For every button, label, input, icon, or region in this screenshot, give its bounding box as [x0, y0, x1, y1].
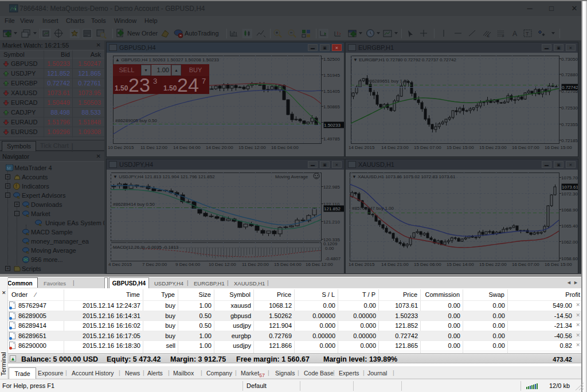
svg-text:16 Dec 15:00: 16 Dec 15:00 — [545, 262, 572, 267]
svg-text:A: A — [512, 30, 517, 38]
svg-text:15 Dec 12:00: 15 Dec 12:00 — [238, 145, 266, 150]
svg-text:11 Dec 12:00: 11 Dec 12:00 — [140, 145, 168, 150]
svg-text:1065.40: 1065.40 — [561, 224, 578, 229]
svg-text:#86289414 buy 0.50: #86289414 buy 0.50 — [113, 202, 155, 207]
svg-text:T: T — [526, 31, 529, 37]
svg-text:E: E — [487, 34, 490, 38]
svg-text:▼ EURGBP,H1 0.72780 0.72792 0: ▼ EURGBP,H1 0.72780 0.72792 0.72737 0.72… — [353, 57, 456, 62]
svg-text:0.73050: 0.73050 — [561, 57, 578, 62]
svg-text:122.985: 122.985 — [323, 185, 340, 190]
svg-text:4 Dec 2015: 4 Dec 2015 — [108, 262, 132, 267]
svg-text:14 Dec 2015: 14 Dec 2015 — [349, 145, 375, 150]
svg-text:0.72742: 0.72742 — [562, 85, 578, 90]
svg-text:14 Dec 04:00: 14 Dec 04:00 — [173, 145, 201, 150]
svg-text:16 Dec 15:00: 16 Dec 15:00 — [545, 145, 572, 150]
svg-text:1.50865: 1.50865 — [323, 104, 340, 109]
svg-text:15 Dec 07:00: 15 Dec 07:00 — [414, 145, 441, 150]
svg-text:15 Dec 14:00: 15 Dec 14:00 — [447, 262, 474, 267]
svg-text:1.51945: 1.51945 — [323, 73, 340, 78]
svg-text:14 Dec 23:00: 14 Dec 23:00 — [381, 145, 409, 150]
svg-text:1.49785: 1.49785 — [323, 136, 340, 142]
svg-text:0.00: 0.00 — [325, 246, 334, 251]
svg-text:121.210: 121.210 — [323, 219, 340, 225]
svg-text:1073.61: 1073.61 — [562, 185, 578, 190]
svg-text:0.72185: 0.72185 — [561, 138, 578, 143]
svg-text:F: F — [502, 34, 504, 38]
svg-text:16 Dec 07:00: 16 Dec 07:00 — [512, 145, 539, 150]
svg-text:1075.70: 1075.70 — [561, 175, 578, 181]
svg-text:0.72530: 0.72530 — [561, 105, 578, 111]
svg-text:MACD(12,26,9) -0.0035 -0.1813: MACD(12,26,9) -0.0035 -0.1813 — [113, 245, 179, 250]
svg-text:10 Dec 12:00: 10 Dec 12:00 — [209, 262, 236, 267]
svg-text:16 Dec 07:00: 16 Dec 07:00 — [512, 262, 539, 267]
svg-text:11 Dec 20:00: 11 Dec 20:00 — [242, 262, 269, 267]
svg-text:#86289005 buy 0.50: #86289005 buy 0.50 — [115, 118, 158, 123]
svg-text:1062.00: 1062.00 — [561, 240, 578, 245]
svg-text:10 Dec 2015: 10 Dec 2015 — [108, 145, 134, 150]
svg-text:0.72355: 0.72355 — [561, 122, 578, 127]
svg-text:▼ XAUUSD,H1 1073.86 1075.02 1: ▼ XAUUSD,H1 1073.86 1075.02 1072.83 1073… — [352, 174, 456, 179]
svg-text:1.52500: 1.52500 — [323, 57, 340, 62]
svg-text:1.50233: 1.50233 — [324, 123, 341, 128]
svg-text:1058.60: 1058.60 — [561, 256, 578, 261]
svg-text:9 Dec 04:00: 9 Dec 04:00 — [175, 262, 201, 267]
svg-text:-0.4807: -0.4807 — [325, 256, 341, 261]
svg-text:0.72880: 0.72880 — [561, 72, 578, 77]
svg-text:15 Dec 06:00: 15 Dec 06:00 — [414, 262, 441, 267]
svg-text:1072.30: 1072.30 — [561, 191, 578, 197]
svg-text:1.51405: 1.51405 — [323, 89, 340, 94]
svg-text:16 Dec 12:00: 16 Dec 12:00 — [306, 262, 333, 267]
svg-text:14 Dec 21:00: 14 Dec 21:00 — [381, 262, 409, 267]
svg-text:▼ USDJPY,H4 121.813 121.904 1: ▼ USDJPY,H4 121.813 121.904 121.796 121.… — [113, 174, 215, 179]
svg-text:15 Dec 15:00: 15 Dec 15:00 — [447, 145, 474, 150]
svg-text:14 Dec 20:00: 14 Dec 20:00 — [206, 145, 233, 150]
svg-text:15 Dec 23:00: 15 Dec 23:00 — [479, 145, 507, 150]
svg-text:121.852: 121.852 — [324, 206, 341, 211]
svg-text:#85762947 buy 1.00: #85762947 buy 1.00 — [352, 206, 394, 211]
svg-text:15 Dec 22:00: 15 Dec 22:00 — [479, 262, 507, 267]
svg-text:▲ GBPUSD,H4 1.50263 1.50327 1: ▲ GBPUSD,H4 1.50263 1.50327 1.50208 1.50… — [115, 57, 219, 62]
svg-text:7 Dec 20:00: 7 Dec 20:00 — [142, 262, 167, 267]
svg-text:16 Dec 04:00: 16 Dec 04:00 — [271, 145, 299, 150]
svg-text:15 Dec 04:00: 15 Dec 04:00 — [274, 262, 302, 267]
svg-text:Moving Average: Moving Average — [275, 174, 308, 179]
svg-text:#86289651 buy 1.00: #86289651 buy 1.00 — [367, 79, 409, 84]
svg-text:14 Dec 2015: 14 Dec 2015 — [349, 262, 375, 267]
svg-text:1068.90: 1068.90 — [561, 207, 578, 213]
svg-text:M: M — [7, 166, 11, 171]
